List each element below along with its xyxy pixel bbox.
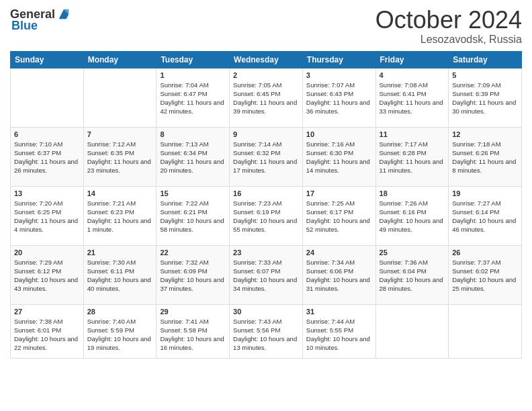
day-info: Sunrise: 7:20 AM Sunset: 6:25 PM Dayligh… <box>14 199 80 234</box>
calendar-cell: 8Sunrise: 7:13 AM Sunset: 6:34 PM Daylig… <box>157 127 230 186</box>
calendar-cell: 27Sunrise: 7:38 AM Sunset: 6:01 PM Dayli… <box>11 304 84 358</box>
day-number: 11 <box>380 130 445 138</box>
calendar-cell: 3Sunrise: 7:07 AM Sunset: 6:43 PM Daylig… <box>302 68 375 127</box>
logo-blue-text: Blue <box>11 19 38 33</box>
day-info: Sunrise: 7:40 AM Sunset: 5:59 PM Dayligh… <box>87 317 153 353</box>
calendar-cell: 6Sunrise: 7:10 AM Sunset: 6:37 PM Daylig… <box>11 127 84 186</box>
day-info: Sunrise: 7:30 AM Sunset: 6:11 PM Dayligh… <box>87 258 153 293</box>
calendar-cell: 14Sunrise: 7:21 AM Sunset: 6:23 PM Dayli… <box>83 186 157 245</box>
day-number: 16 <box>233 189 299 197</box>
day-info: Sunrise: 7:16 AM Sunset: 6:30 PM Dayligh… <box>306 140 372 175</box>
day-number: 25 <box>380 248 445 257</box>
day-number: 18 <box>380 189 445 197</box>
day-info: Sunrise: 7:25 AM Sunset: 6:17 PM Dayligh… <box>306 199 372 234</box>
day-info: Sunrise: 7:36 AM Sunset: 6:04 PM Dayligh… <box>380 258 445 293</box>
day-of-week-header: Tuesday <box>157 51 230 68</box>
calendar-cell: 4Sunrise: 7:08 AM Sunset: 6:41 PM Daylig… <box>375 68 449 127</box>
day-of-week-header: Thursday <box>302 51 375 68</box>
calendar-cell: 15Sunrise: 7:22 AM Sunset: 6:21 PM Dayli… <box>157 186 230 245</box>
day-info: Sunrise: 7:04 AM Sunset: 6:47 PM Dayligh… <box>160 81 226 116</box>
day-info: Sunrise: 7:33 AM Sunset: 6:07 PM Dayligh… <box>233 258 299 293</box>
day-info: Sunrise: 7:32 AM Sunset: 6:09 PM Dayligh… <box>160 258 226 293</box>
calendar-cell: 30Sunrise: 7:43 AM Sunset: 5:56 PM Dayli… <box>230 304 303 358</box>
day-number: 28 <box>87 308 153 316</box>
day-number: 14 <box>87 189 153 197</box>
calendar-cell: 17Sunrise: 7:25 AM Sunset: 6:17 PM Dayli… <box>302 186 375 245</box>
day-number: 12 <box>452 130 518 138</box>
calendar-cell: 26Sunrise: 7:37 AM Sunset: 6:02 PM Dayli… <box>449 245 522 304</box>
day-info: Sunrise: 7:10 AM Sunset: 6:37 PM Dayligh… <box>14 140 80 175</box>
day-number: 26 <box>452 248 518 257</box>
day-info: Sunrise: 7:21 AM Sunset: 6:23 PM Dayligh… <box>87 199 153 234</box>
day-number: 7 <box>87 130 153 138</box>
day-info: Sunrise: 7:22 AM Sunset: 6:21 PM Dayligh… <box>160 199 226 234</box>
day-number: 20 <box>14 248 80 257</box>
day-number: 6 <box>14 130 80 138</box>
day-number: 13 <box>14 189 80 197</box>
title-block: October 2024 Lesozavodsk, Russia <box>375 7 522 46</box>
day-number: 9 <box>233 130 299 138</box>
calendar-cell <box>375 304 449 358</box>
day-of-week-header: Sunday <box>11 51 84 68</box>
calendar-cell: 21Sunrise: 7:30 AM Sunset: 6:11 PM Dayli… <box>83 245 157 304</box>
day-info: Sunrise: 7:08 AM Sunset: 6:41 PM Dayligh… <box>380 81 445 116</box>
logo-icon <box>56 7 71 21</box>
day-of-week-header: Saturday <box>449 51 522 68</box>
day-number: 10 <box>306 130 372 138</box>
day-info: Sunrise: 7:07 AM Sunset: 6:43 PM Dayligh… <box>306 81 372 116</box>
day-info: Sunrise: 7:38 AM Sunset: 6:01 PM Dayligh… <box>14 317 80 353</box>
day-number: 21 <box>87 248 153 257</box>
day-number: 27 <box>14 308 80 316</box>
day-info: Sunrise: 7:14 AM Sunset: 6:32 PM Dayligh… <box>233 140 299 175</box>
calendar-cell: 11Sunrise: 7:17 AM Sunset: 6:28 PM Dayli… <box>375 127 449 186</box>
day-number: 15 <box>160 189 226 197</box>
day-info: Sunrise: 7:41 AM Sunset: 5:58 PM Dayligh… <box>160 317 226 353</box>
calendar-cell: 2Sunrise: 7:05 AM Sunset: 6:45 PM Daylig… <box>230 68 303 127</box>
day-info: Sunrise: 7:29 AM Sunset: 6:12 PM Dayligh… <box>14 258 80 293</box>
calendar-cell: 24Sunrise: 7:34 AM Sunset: 6:06 PM Dayli… <box>302 245 375 304</box>
calendar-cell: 29Sunrise: 7:41 AM Sunset: 5:58 PM Dayli… <box>157 304 230 358</box>
calendar-cell: 28Sunrise: 7:40 AM Sunset: 5:59 PM Dayli… <box>83 304 157 358</box>
calendar-cell <box>449 304 522 358</box>
day-number: 22 <box>160 248 226 257</box>
day-number: 4 <box>380 71 445 79</box>
day-of-week-header: Monday <box>83 51 157 68</box>
day-info: Sunrise: 7:37 AM Sunset: 6:02 PM Dayligh… <box>452 258 518 293</box>
day-info: Sunrise: 7:09 AM Sunset: 6:39 PM Dayligh… <box>452 81 518 116</box>
day-info: Sunrise: 7:34 AM Sunset: 6:06 PM Dayligh… <box>306 258 372 293</box>
day-number: 19 <box>452 189 518 197</box>
day-info: Sunrise: 7:27 AM Sunset: 6:14 PM Dayligh… <box>452 199 518 234</box>
day-number: 31 <box>306 308 372 316</box>
header: General Blue October 2024 Lesozavodsk, R… <box>10 7 522 46</box>
day-number: 3 <box>306 71 372 79</box>
day-number: 17 <box>306 189 372 197</box>
day-info: Sunrise: 7:05 AM Sunset: 6:45 PM Dayligh… <box>233 81 299 116</box>
day-of-week-header: Friday <box>375 51 449 68</box>
calendar-cell: 19Sunrise: 7:27 AM Sunset: 6:14 PM Dayli… <box>449 186 522 245</box>
calendar-cell: 22Sunrise: 7:32 AM Sunset: 6:09 PM Dayli… <box>157 245 230 304</box>
day-info: Sunrise: 7:44 AM Sunset: 5:55 PM Dayligh… <box>306 317 372 353</box>
logo: General Blue <box>10 7 71 33</box>
day-info: Sunrise: 7:18 AM Sunset: 6:26 PM Dayligh… <box>452 140 518 175</box>
calendar-cell: 5Sunrise: 7:09 AM Sunset: 6:39 PM Daylig… <box>449 68 522 127</box>
day-info: Sunrise: 7:43 AM Sunset: 5:56 PM Dayligh… <box>233 317 299 353</box>
calendar-cell: 25Sunrise: 7:36 AM Sunset: 6:04 PM Dayli… <box>375 245 449 304</box>
calendar-header-row: SundayMondayTuesdayWednesdayThursdayFrid… <box>11 51 522 68</box>
calendar-cell: 1Sunrise: 7:04 AM Sunset: 6:47 PM Daylig… <box>157 68 230 127</box>
day-number: 8 <box>160 130 226 138</box>
page-container: General Blue October 2024 Lesozavodsk, R… <box>0 0 532 411</box>
calendar-cell: 23Sunrise: 7:33 AM Sunset: 6:07 PM Dayli… <box>230 245 303 304</box>
calendar-cell: 31Sunrise: 7:44 AM Sunset: 5:55 PM Dayli… <box>302 304 375 358</box>
calendar-cell: 13Sunrise: 7:20 AM Sunset: 6:25 PM Dayli… <box>11 186 84 245</box>
day-info: Sunrise: 7:13 AM Sunset: 6:34 PM Dayligh… <box>160 140 226 175</box>
day-info: Sunrise: 7:17 AM Sunset: 6:28 PM Dayligh… <box>380 140 445 175</box>
day-number: 24 <box>306 248 372 257</box>
calendar-cell: 10Sunrise: 7:16 AM Sunset: 6:30 PM Dayli… <box>302 127 375 186</box>
calendar-cell <box>83 68 157 127</box>
calendar-cell: 16Sunrise: 7:23 AM Sunset: 6:19 PM Dayli… <box>230 186 303 245</box>
day-number: 5 <box>452 71 518 79</box>
day-info: Sunrise: 7:23 AM Sunset: 6:19 PM Dayligh… <box>233 199 299 234</box>
day-number: 29 <box>160 308 226 316</box>
calendar-table: SundayMondayTuesdayWednesdayThursdayFrid… <box>10 51 522 359</box>
day-info: Sunrise: 7:12 AM Sunset: 6:35 PM Dayligh… <box>87 140 153 175</box>
